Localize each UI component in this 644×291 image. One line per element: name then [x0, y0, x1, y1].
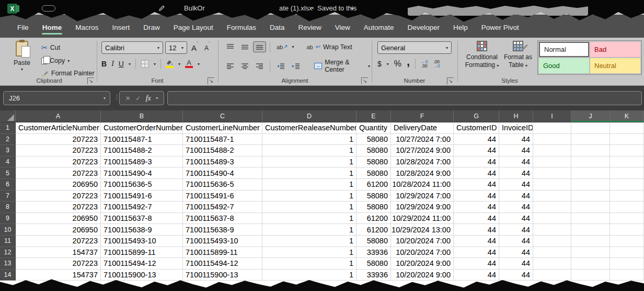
- cell-I12[interactable]: [533, 247, 571, 259]
- cell-C11[interactable]: 7100115493-10: [183, 236, 262, 247]
- comma-style-button[interactable]: ,: [407, 59, 410, 64]
- column-header-A[interactable]: A: [16, 110, 101, 122]
- cell-E8[interactable]: 58080: [356, 202, 391, 213]
- cell-H6[interactable]: 44: [499, 179, 533, 191]
- conditional-formatting-button[interactable]: Conditional Formatting ▾: [464, 41, 500, 70]
- cell-J6[interactable]: [571, 179, 610, 191]
- cell-G1[interactable]: CustomerID: [454, 122, 499, 134]
- cell-D6[interactable]: 1: [262, 179, 356, 191]
- merge-center-button[interactable]: ↔ Merge & Center ▾: [314, 59, 370, 73]
- cell-F4[interactable]: 10/28/2024 7:00: [391, 156, 454, 168]
- tab-developer[interactable]: Developer: [401, 21, 447, 34]
- cell-K9[interactable]: [610, 213, 644, 225]
- cell-C12[interactable]: 7100115899-11: [183, 247, 262, 259]
- cell-B8[interactable]: 7100115492-7: [101, 202, 183, 213]
- align-bottom-button[interactable]: [253, 41, 266, 52]
- cell-G3[interactable]: 44: [454, 145, 499, 156]
- formula-input[interactable]: [167, 91, 642, 105]
- font-color-chevron-icon[interactable]: ▾: [198, 62, 200, 66]
- row-header-3[interactable]: 3: [0, 145, 16, 156]
- tab-help[interactable]: Help: [446, 21, 475, 34]
- decrease-font-size-button[interactable]: Aˇ: [202, 43, 212, 52]
- cell-D11[interactable]: 1: [262, 236, 356, 247]
- excel-logo-icon[interactable]: X: [7, 4, 17, 14]
- cell-I4[interactable]: [533, 156, 571, 168]
- row-header-2[interactable]: 2: [0, 134, 16, 146]
- cell-I2[interactable]: [533, 134, 571, 146]
- cell-C14[interactable]: 7100115900-13: [183, 270, 262, 281]
- cell-H8[interactable]: 44: [499, 202, 533, 213]
- cell-I10[interactable]: [533, 224, 571, 236]
- cell-F12[interactable]: 10/20/2024 7:00: [391, 247, 454, 259]
- cell-H3[interactable]: 44: [499, 145, 533, 156]
- cell-B1[interactable]: CustomerOrderNumber: [101, 122, 183, 134]
- cell-K10[interactable]: [610, 224, 644, 236]
- cell-A10[interactable]: 206950: [16, 224, 101, 236]
- cell-E6[interactable]: 61200: [356, 179, 391, 191]
- cell-B14[interactable]: 7100115900-13: [101, 270, 183, 281]
- cell-F13[interactable]: 10/20/2024 9:00: [391, 258, 454, 270]
- cell-C5[interactable]: 7100115490-4: [183, 167, 262, 179]
- row-header-13[interactable]: 13: [0, 258, 16, 270]
- chevron-down-icon[interactable]: ⌄: [349, 2, 356, 12]
- tab-home[interactable]: Home: [36, 21, 69, 34]
- paste-button[interactable]: Paste ▾: [8, 41, 36, 81]
- cell-A1[interactable]: CustomerArticleNumber: [16, 122, 101, 134]
- row-header-7[interactable]: 7: [0, 191, 16, 202]
- cell-E5[interactable]: 58080: [356, 167, 391, 179]
- row-header-11[interactable]: 11: [0, 236, 16, 247]
- copy-button[interactable]: Copy ▾: [39, 55, 97, 66]
- cell-I13[interactable]: [533, 258, 571, 270]
- cell-D7[interactable]: 1: [262, 191, 356, 202]
- column-header-G[interactable]: G: [454, 110, 499, 122]
- cell-J8[interactable]: [571, 202, 610, 213]
- fill-color-chevron-icon[interactable]: ▾: [178, 62, 180, 66]
- style-neutral[interactable]: Neutral: [590, 58, 640, 73]
- cell-B6[interactable]: 7100115636-5: [101, 179, 183, 191]
- column-header-D[interactable]: D: [262, 110, 356, 122]
- cell-E12[interactable]: 33936: [356, 247, 391, 259]
- cell-A14[interactable]: 154737: [16, 270, 101, 281]
- column-header-E[interactable]: E: [356, 110, 391, 122]
- cell-J3[interactable]: [571, 145, 610, 156]
- cell-H14[interactable]: 44: [499, 270, 533, 281]
- cell-D3[interactable]: 1: [262, 145, 356, 156]
- insert-function-icon[interactable]: fx: [146, 94, 151, 103]
- cell-G10[interactable]: 44: [454, 224, 499, 236]
- cell-B4[interactable]: 7100115489-3: [101, 156, 183, 168]
- column-header-B[interactable]: B: [101, 110, 183, 122]
- currency-chevron-icon[interactable]: ▾: [387, 62, 389, 66]
- cell-C8[interactable]: 7100115492-7: [183, 202, 262, 213]
- tab-file[interactable]: File: [10, 21, 36, 34]
- cell-I8[interactable]: [533, 202, 571, 213]
- cell-K7[interactable]: [610, 191, 644, 202]
- cell-C4[interactable]: 7100115489-3: [183, 156, 262, 168]
- cell-B13[interactable]: 7100115494-12: [101, 258, 183, 270]
- tab-review[interactable]: Review: [291, 21, 328, 34]
- format-painter-button[interactable]: Format Painter: [39, 68, 97, 79]
- cell-A12[interactable]: 154737: [16, 247, 101, 259]
- cell-I11[interactable]: [533, 236, 571, 247]
- borders-chevron-icon[interactable]: ▾: [154, 62, 156, 66]
- cell-A3[interactable]: 207223: [16, 145, 101, 156]
- cell-B12[interactable]: 7100115899-11: [101, 247, 183, 259]
- row-header-1[interactable]: 1: [0, 122, 16, 134]
- cell-B2[interactable]: 7100115487-1: [101, 134, 183, 146]
- style-bad[interactable]: Bad: [590, 42, 640, 57]
- quick-access-toolbar[interactable]: [42, 5, 55, 12]
- cell-F10[interactable]: 10/29/2024 13:00: [391, 224, 454, 236]
- tab-page-layout[interactable]: Page Layout: [167, 21, 220, 34]
- column-header-H[interactable]: H: [499, 110, 533, 122]
- cell-D9[interactable]: 1: [262, 213, 356, 225]
- tab-automate[interactable]: Automate: [357, 21, 401, 34]
- cell-G13[interactable]: 44: [454, 258, 499, 270]
- row-header-14[interactable]: 14: [0, 270, 16, 281]
- cell-E4[interactable]: 58080: [356, 156, 391, 168]
- cell-K8[interactable]: [610, 202, 644, 213]
- cell-H13[interactable]: 44: [499, 258, 533, 270]
- cell-J10[interactable]: [571, 224, 610, 236]
- cell-G5[interactable]: 44: [454, 167, 499, 179]
- font-size-combo[interactable]: 12 ▾: [165, 41, 187, 54]
- cell-E7[interactable]: 58080: [356, 191, 391, 202]
- orientation-button[interactable]: ab↗: [274, 41, 290, 52]
